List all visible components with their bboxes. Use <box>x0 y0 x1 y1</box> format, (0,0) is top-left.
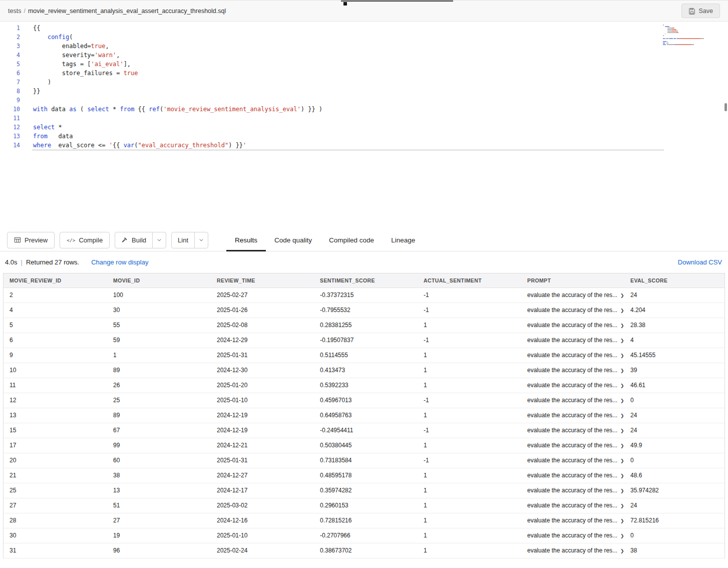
expand-prompt-icon[interactable]: ❯ <box>620 428 624 433</box>
table-row[interactable]: 21002025-02-27-0.37372315-1evaluate the … <box>4 288 724 303</box>
expand-prompt-icon[interactable]: ❯ <box>620 293 624 298</box>
code-line[interactable]: 14where eval_score <= '{{ var("eval_accu… <box>0 141 728 150</box>
code-line[interactable]: 3 enabled=true, <box>0 42 728 51</box>
prompt-cell[interactable]: evaluate the accuracy of the res...❯ <box>521 423 624 438</box>
table-row[interactable]: 27512025-03-020.29601531evaluate the acc… <box>4 498 724 513</box>
table-cell: 2025-02-24 <box>211 543 314 558</box>
change-row-display-link[interactable]: Change row display <box>91 258 148 266</box>
expand-prompt-icon[interactable]: ❯ <box>620 503 624 508</box>
column-header-review-time[interactable]: REVIEW_TIME <box>211 273 314 288</box>
column-header-prompt[interactable]: PROMPT <box>521 273 624 288</box>
table-row[interactable]: 6592024-12-29-0.19507837-1evaluate the a… <box>4 333 724 348</box>
table-row[interactable]: 20602025-01-310.73183584-1evaluate the a… <box>4 453 724 468</box>
prompt-cell[interactable]: evaluate the accuracy of the res...❯ <box>521 348 624 363</box>
column-header-sentiment-score[interactable]: SENTIMENT_SCORE <box>314 273 418 288</box>
code-line[interactable]: 10with data as ( select * from {{ ref('m… <box>0 105 728 114</box>
prompt-cell[interactable]: evaluate the accuracy of the res...❯ <box>521 513 624 528</box>
code-line[interactable]: 1{{ <box>0 24 728 33</box>
build-button[interactable]: Build <box>115 232 152 248</box>
prompt-cell[interactable]: evaluate the accuracy of the res...❯ <box>521 318 624 333</box>
prompt-cell[interactable]: evaluate the accuracy of the res...❯ <box>521 498 624 513</box>
table-cell: -1 <box>418 423 521 438</box>
table-row[interactable]: 5552025-02-080.283812551evaluate the acc… <box>4 318 724 333</box>
prompt-cell[interactable]: evaluate the accuracy of the res...❯ <box>521 528 624 543</box>
prompt-preview-text: evaluate the accuracy of the res... <box>527 472 617 479</box>
build-button-label: Build <box>132 236 146 244</box>
expand-prompt-icon[interactable]: ❯ <box>620 458 624 463</box>
prompt-cell[interactable]: evaluate the accuracy of the res...❯ <box>521 303 624 318</box>
code-line[interactable]: 8}} <box>0 87 728 96</box>
breadcrumb-folder[interactable]: tests <box>8 8 21 15</box>
sql-code-editor[interactable]: 1{{2 config(3 enabled=true,4 severity='w… <box>0 22 728 229</box>
prompt-cell[interactable]: evaluate the accuracy of the res...❯ <box>521 438 624 453</box>
table-row[interactable]: 21382024-12-270.485951781evaluate the ac… <box>4 468 724 483</box>
table-row[interactable]: 13892024-12-190.649587631evaluate the ac… <box>4 408 724 423</box>
prompt-cell[interactable]: evaluate the accuracy of the res...❯ <box>521 393 624 408</box>
prompt-cell[interactable]: evaluate the accuracy of the res...❯ <box>521 483 624 498</box>
prompt-cell[interactable]: evaluate the accuracy of the res...❯ <box>521 378 624 393</box>
compile-button[interactable]: </> Compile <box>60 232 110 248</box>
expand-prompt-icon[interactable]: ❯ <box>620 413 624 418</box>
code-line[interactable]: 13from data <box>0 132 728 141</box>
expand-prompt-icon[interactable]: ❯ <box>620 488 624 493</box>
expand-prompt-icon[interactable]: ❯ <box>620 308 624 313</box>
table-cell: 2 <box>4 288 107 303</box>
prompt-cell[interactable]: evaluate the accuracy of the res...❯ <box>521 468 624 483</box>
expand-prompt-icon[interactable]: ❯ <box>620 548 624 553</box>
prompt-cell[interactable]: evaluate the accuracy of the res...❯ <box>521 543 624 558</box>
expand-prompt-icon[interactable]: ❯ <box>620 443 624 448</box>
editor-scrollbar[interactable] <box>724 103 727 111</box>
table-row[interactable]: 15672024-12-19-0.24954411-1evaluate the … <box>4 423 724 438</box>
lint-button[interactable]: Lint <box>172 232 194 248</box>
code-line[interactable]: 12select * <box>0 123 728 132</box>
tab-compiled-code[interactable]: Compiled code <box>320 229 383 251</box>
tab-code-quality[interactable]: Code quality <box>266 229 320 251</box>
prompt-cell[interactable]: evaluate the accuracy of the res...❯ <box>521 453 624 468</box>
breadcrumb[interactable]: tests/movie_review_sentiment_analysis_ev… <box>8 8 226 15</box>
expand-prompt-icon[interactable]: ❯ <box>620 383 624 388</box>
code-line[interactable]: 4 severity='warn', <box>0 51 728 60</box>
code-line[interactable]: 7 ) <box>0 78 728 87</box>
expand-prompt-icon[interactable]: ❯ <box>620 338 624 343</box>
prompt-cell[interactable]: evaluate the accuracy of the res...❯ <box>521 408 624 423</box>
expand-prompt-icon[interactable]: ❯ <box>620 398 624 403</box>
prompt-cell[interactable]: evaluate the accuracy of the res...❯ <box>521 333 624 348</box>
table-row[interactable]: 12252025-01-100.45967013-1evaluate the a… <box>4 393 724 408</box>
table-row[interactable]: 31962025-02-240.386737021evaluate the ac… <box>4 543 724 558</box>
prompt-cell[interactable]: evaluate the accuracy of the res...❯ <box>521 288 624 303</box>
column-header-movie-review-id[interactable]: MOVIE_REVIEW_ID <box>4 273 107 288</box>
expand-prompt-icon[interactable]: ❯ <box>620 518 624 523</box>
code-line[interactable]: 6 store_failures = true <box>0 69 728 78</box>
expand-prompt-icon[interactable]: ❯ <box>620 323 624 328</box>
table-row[interactable]: 4302025-01-26-0.7955532-1evaluate the ac… <box>4 303 724 318</box>
table-row[interactable]: 17992024-12-210.503804451evaluate the ac… <box>4 438 724 453</box>
table-row[interactable]: 10892024-12-300.4134731evaluate the accu… <box>4 363 724 378</box>
code-line[interactable]: 9 <box>0 96 728 105</box>
preview-button[interactable]: Preview <box>7 232 55 248</box>
save-button[interactable]: Save <box>681 4 720 18</box>
code-line[interactable]: 5 tags = ['ai_eval'], <box>0 60 728 69</box>
expand-prompt-icon[interactable]: ❯ <box>620 473 624 478</box>
table-row[interactable]: 25132024-12-170.359742821evaluate the ac… <box>4 483 724 498</box>
code-line[interactable]: 2 config( <box>0 33 728 42</box>
table-row[interactable]: 912025-01-310.51145551evaluate the accur… <box>4 348 724 363</box>
build-dropdown-toggle[interactable] <box>152 232 166 248</box>
column-header-movie-id[interactable]: MOVIE_ID <box>107 273 211 288</box>
expand-prompt-icon[interactable]: ❯ <box>620 533 624 538</box>
table-row[interactable]: 28272024-12-160.728152161evaluate the ac… <box>4 513 724 528</box>
expand-prompt-icon[interactable]: ❯ <box>620 368 624 373</box>
tab-lineage[interactable]: Lineage <box>383 229 424 251</box>
download-csv-link[interactable]: Download CSV <box>678 258 723 266</box>
table-row[interactable]: 30192025-01-10-0.27079661evaluate the ac… <box>4 528 724 543</box>
table-row[interactable]: 11262025-01-200.53922331evaluate the acc… <box>4 378 724 393</box>
minimap[interactable] <box>663 25 722 46</box>
expand-prompt-icon[interactable]: ❯ <box>620 353 624 358</box>
column-header-eval-score[interactable]: EVAL_SCORE <box>624 273 724 288</box>
table-cell: 0.50380445 <box>314 438 418 453</box>
code-line[interactable]: 11 <box>0 114 728 123</box>
column-header-actual-sentiment[interactable]: ACTUAL_SENTIMENT <box>418 273 521 288</box>
tab-results[interactable]: Results <box>226 229 266 251</box>
lint-dropdown-toggle[interactable] <box>194 232 208 248</box>
prompt-cell[interactable]: evaluate the accuracy of the res...❯ <box>521 363 624 378</box>
window-tab-favicon <box>343 2 347 6</box>
